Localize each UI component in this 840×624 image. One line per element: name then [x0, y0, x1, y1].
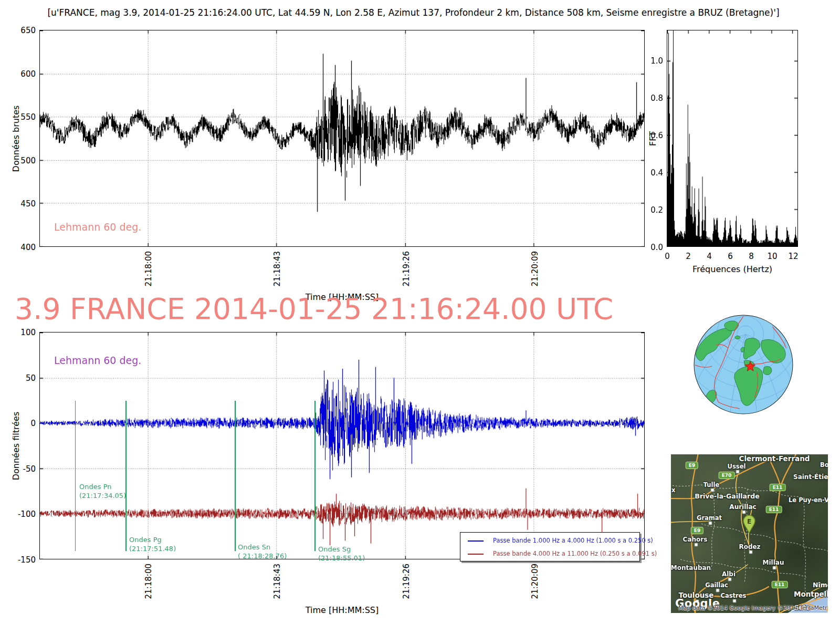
- phase-pick-line: [235, 401, 236, 551]
- road-badge: E70: [719, 472, 735, 479]
- city-label: Nîme: [813, 581, 828, 589]
- city-label: Tulle: [704, 481, 719, 488]
- y-tick-label: 400: [4, 243, 36, 252]
- city-dot: [742, 511, 746, 514]
- raw-seismogram-plot: Données brutes Lehmann 60 deg. Time [HH:…: [39, 30, 645, 247]
- y-tick-label: 1.0: [632, 56, 663, 66]
- raw-trace-canvas: [40, 30, 644, 246]
- city-dot: [728, 578, 732, 581]
- y-tick-label: 600: [4, 69, 36, 79]
- x-tick-label: 12: [788, 252, 798, 261]
- city-label: Saint-Étienn: [793, 473, 828, 481]
- fft-plot: FFT Fréquences (Hertz) 0.00.20.40.60.81.…: [667, 30, 798, 247]
- city-label: x: [671, 486, 675, 494]
- phase-pick-line: [125, 401, 127, 551]
- y-tick-label: -100: [4, 509, 36, 519]
- y-tick-label: 650: [4, 26, 36, 35]
- road-badge: E9: [686, 462, 698, 469]
- y-tick-label: 0.2: [632, 205, 663, 215]
- x-tick-label: 21:18:00: [144, 564, 153, 599]
- x-tick-label: 0: [665, 252, 670, 261]
- raw-station-label: Lehmann 60 deg.: [54, 221, 141, 233]
- road-badge: E11: [770, 484, 786, 491]
- location-map: E Clermont-FerrandUsselTulleBrive-la-Gai…: [671, 454, 828, 613]
- y-tick-label: 0.6: [632, 131, 663, 140]
- phase-pick-line: [314, 401, 316, 551]
- x-tick-label: 21:20:09: [530, 251, 540, 286]
- x-tick-label: 10: [767, 252, 777, 261]
- city-label: Gramat: [697, 514, 722, 522]
- city-dot: [773, 566, 776, 570]
- legend-line-sample: [468, 554, 484, 555]
- filter-legend: Passe bande 1.000 Hz a 4.000 Hz (1.000 s…: [460, 532, 640, 561]
- city-label: Le Puy-en-Vel: [789, 496, 828, 504]
- legend-label: Passe bande 4.000 Hz a 11.000 Hz (0.250 …: [493, 550, 657, 557]
- x-tick-label: 21:19:26: [402, 564, 411, 599]
- y-tick-label: -150: [4, 555, 36, 565]
- x-tick-label: 2: [686, 252, 691, 261]
- city-label: Montauban: [671, 564, 711, 571]
- y-tick-label: 0.8: [632, 93, 663, 103]
- legend-entry: Passe bande 1.000 Hz a 4.000 Hz (1.000 s…: [460, 536, 639, 546]
- city-dot: [711, 488, 715, 492]
- city-label: Aurillac: [729, 503, 756, 511]
- city-dot: [709, 522, 712, 525]
- road-badge: E11: [766, 506, 782, 513]
- city-label: Rodez: [739, 543, 760, 550]
- city-label: Gaillac: [705, 581, 728, 589]
- legend-label: Passe bande 1.000 Hz a 4.000 Hz (1.000 s…: [493, 537, 653, 544]
- legend-line-sample: [468, 540, 484, 542]
- phase-pick-line: [75, 401, 76, 551]
- y-tick-label: 100: [4, 328, 36, 337]
- x-tick-label: 21:20:09: [530, 564, 540, 599]
- y-tick-label: 0: [4, 419, 36, 428]
- city-label: Cahors: [683, 536, 708, 543]
- city-label: Bou: [820, 461, 828, 469]
- city-dot: [749, 550, 753, 554]
- legend-entry: Passe bande 4.000 Hz a 11.000 Hz (0.250 …: [460, 549, 639, 559]
- event-headline: 3.9 FRANCE 2014-01-25 21:16:24.00 UTC: [15, 292, 613, 326]
- filtered-trace-canvas: [40, 332, 644, 559]
- filtered-seismogram-plot: Données filtrées Lehmann 60 deg. Time [H…: [39, 332, 645, 559]
- city-label: Brive-la-Gaillarde: [695, 492, 759, 500]
- phase-pick-label: Ondes Sg(21:18:55.01): [318, 545, 365, 563]
- world-globe: [693, 314, 794, 415]
- x-tick-label: 8: [749, 252, 754, 261]
- phase-pick-label: Ondes Pg(21:17:51.48): [129, 535, 176, 553]
- x-tick-label: 4: [707, 252, 712, 261]
- city-label: Ussel: [728, 463, 746, 470]
- x-tick-label: 21:18:43: [272, 251, 282, 286]
- city-dot: [733, 599, 737, 603]
- phase-pick-label: Ondes Sn( 21:18:28.76): [238, 543, 287, 560]
- filtered-x-axis-label: Time [HH:MM:SS]: [306, 605, 379, 615]
- city-dot: [736, 470, 740, 474]
- y-tick-label: 50: [4, 373, 36, 383]
- svg-text:E: E: [747, 518, 751, 525]
- fft-x-axis-label: Fréquences (Hertz): [692, 264, 772, 274]
- city-label: Albi: [722, 570, 736, 578]
- y-tick-label: 450: [4, 199, 36, 209]
- y-tick-label: 500: [4, 156, 36, 165]
- y-tick-label: 550: [4, 112, 36, 122]
- city-label: Millau: [763, 559, 784, 566]
- city-dot: [695, 543, 698, 547]
- x-tick-label: 21:18:43: [272, 564, 282, 599]
- city-label: Montpellie: [794, 590, 828, 598]
- figure-root: [u'FRANCE, mag 3.9, 2014-01-25 21:16:24.…: [0, 0, 840, 624]
- x-tick-label: 21:18:00: [144, 251, 153, 286]
- figure-title: [u'FRANCE, mag 3.9, 2014-01-25 21:16:24.…: [0, 7, 827, 18]
- filtered-station-label: Lehmann 60 deg.: [54, 355, 141, 366]
- city-label: Clermont-Ferrand: [739, 454, 810, 463]
- y-tick-label: 0.0: [632, 243, 663, 252]
- y-tick-label: -50: [4, 464, 36, 474]
- map-attribution: Map data ©2014 Google Imagery ©2014 Terr…: [678, 605, 828, 611]
- city-label: Castres: [721, 592, 747, 599]
- city-dot: [716, 589, 720, 592]
- y-tick-label: 0.4: [632, 168, 663, 178]
- fft-canvas: [667, 30, 797, 246]
- phase-pick-label: Ondes Pn(21:17:34.05): [79, 482, 126, 500]
- road-badge: E11: [772, 581, 788, 588]
- x-tick-label: 21:19:26: [402, 251, 411, 286]
- map-pin: E: [743, 515, 755, 533]
- x-tick-label: 6: [728, 252, 733, 261]
